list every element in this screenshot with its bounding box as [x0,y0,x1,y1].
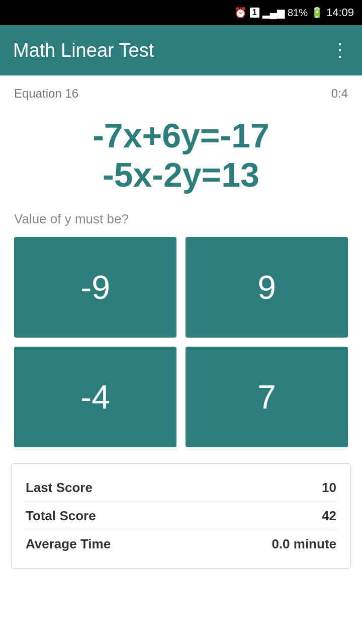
total-score-label: Total Score [26,508,96,524]
question-label: Value of y must be? [0,199,362,237]
avg-time-value: 0.0 minute [272,536,336,552]
total-score-value: 42 [322,508,336,524]
equation-line-1: -7x+6y=-17 [10,116,352,155]
score-card: Last Score 10 Total Score 42 Average Tim… [11,463,351,569]
answer-button-2[interactable]: 9 [186,237,348,338]
battery-icon: 🔋 [311,7,323,19]
signal-icon: ▂▄▆ [262,7,285,19]
avg-time-row: Average Time 0.0 minute [26,532,336,556]
status-time: 14:09 [326,6,354,19]
equation-line-2: -5x-2y=13 [10,155,352,194]
toolbar: Math Linear Test ⋮ [0,25,362,75]
status-icons: ⏰ 1 ▂▄▆ 81% 🔋 14:09 [234,6,354,19]
equations-container: -7x+6y=-17 -5x-2y=13 [0,106,362,199]
alarm-icon: ⏰ [234,7,247,19]
total-score-row: Total Score 42 [26,504,336,528]
equation-header: Equation 16 0:4 [0,75,362,106]
score-divider-2 [26,530,336,530]
avg-time-label: Average Time [26,536,111,552]
app-title: Math Linear Test [13,40,154,61]
answer-button-1[interactable]: -9 [14,237,176,338]
last-score-row: Last Score 10 [26,476,336,500]
menu-icon[interactable]: ⋮ [331,40,349,61]
score-divider-1 [26,502,336,502]
battery-label: 81% [288,7,308,19]
main-content: Equation 16 0:4 -7x+6y=-17 -5x-2y=13 Val… [0,75,362,644]
timer-label: 0:4 [331,87,348,101]
answer-button-4[interactable]: 7 [186,347,348,447]
status-bar: ⏰ 1 ▂▄▆ 81% 🔋 14:09 [0,0,362,25]
sim-icon: 1 [250,8,259,18]
last-score-value: 10 [322,480,336,496]
answer-button-3[interactable]: -4 [14,347,176,447]
last-score-label: Last Score [26,480,93,496]
answers-grid: -9 9 -4 7 [0,237,362,447]
equation-label: Equation 16 [14,87,78,101]
